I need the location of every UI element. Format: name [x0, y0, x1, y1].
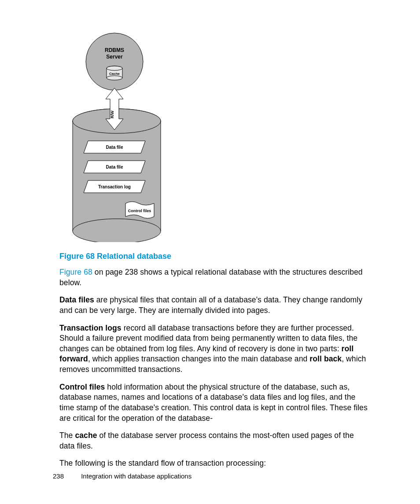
server-label-2: Server	[106, 54, 123, 60]
figure-caption: Figure 68 Relational database	[59, 252, 369, 261]
svg-point-6	[107, 66, 122, 70]
svg-point-11	[73, 219, 161, 242]
para-flow: The following is the standard flow of tr…	[59, 458, 369, 469]
cache-label: Cache	[109, 72, 120, 76]
datafile-2: Data file	[106, 165, 123, 169]
relational-database-diagram: RDBMS Server Cache R/W Data f	[66, 31, 369, 244]
svg-point-5	[107, 76, 122, 80]
para-data-files: Data files are physical files that conta…	[59, 295, 369, 316]
para-intro: Figure 68 on page 238 shows a typical re…	[59, 267, 369, 288]
figure-link[interactable]: Figure 68	[59, 268, 92, 276]
para-transaction-logs: Transaction logs record all database tra…	[59, 323, 369, 375]
para-cache: The cache of the database server process…	[59, 430, 369, 451]
page-number: 238	[53, 472, 79, 480]
control-files: Control files	[128, 209, 151, 213]
datafile-1: Data file	[106, 145, 123, 150]
transaction-log: Transaction log	[98, 184, 131, 189]
para-control-files: Control files hold information about the…	[59, 382, 369, 424]
server-label-1: RDBMS	[105, 47, 124, 53]
svg-point-0	[86, 33, 143, 90]
arrow-label: R/W	[110, 110, 114, 118]
page-footer: 238 Integration with database applicatio…	[53, 472, 192, 480]
footer-title: Integration with database applications	[81, 472, 192, 480]
